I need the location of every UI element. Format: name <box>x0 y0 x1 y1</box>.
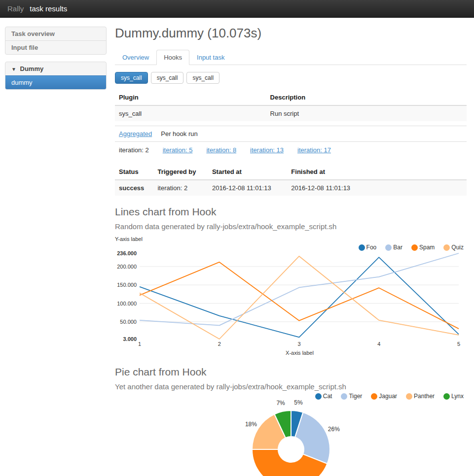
svg-text:200.000: 200.000 <box>117 264 137 270</box>
tab-bar: Overview Hooks Input task <box>115 50 467 65</box>
legend-label: Bar <box>393 244 402 251</box>
pie-chart-legend: Cat Tiger Jaguar Panther Lynx <box>115 392 467 400</box>
page-title: Dummy.dummy (10.073s) <box>115 26 467 41</box>
tab-input-task[interactable]: Input task <box>189 50 232 65</box>
hook-button-3[interactable]: sys_call <box>186 72 219 84</box>
iteration-tab-13[interactable]: iteration: 13 <box>250 146 284 154</box>
svg-text:3: 3 <box>297 341 300 347</box>
legend-dot-lynx-icon <box>443 393 450 400</box>
table-row: success iteration: 2 2016-12-08 11:01:13… <box>115 180 467 196</box>
pie-chart-title: Pie chart from Hook <box>115 366 467 378</box>
y-axis-label: Y-axis label <box>115 236 467 242</box>
legend-item-jaguar[interactable]: Jaguar <box>371 393 397 400</box>
lines-chart-legend: Foo Bar Spam Quiz <box>115 243 467 251</box>
legend-item-bar[interactable]: Bar <box>385 244 402 251</box>
sidebar-group-dummy[interactable]: ▼ Dummy <box>5 62 106 75</box>
legend-dot-bar-icon <box>385 244 392 251</box>
navbar: Rally task results <box>0 0 474 18</box>
svg-text:18%: 18% <box>245 421 257 428</box>
iteration-tabs: iteration: 2 iteration: 5 iteration: 8 i… <box>115 142 467 158</box>
runs-header-started-at: Started at <box>208 164 287 180</box>
tab-hooks[interactable]: Hooks <box>156 50 189 65</box>
hook-buttons-row: sys_call sys_call sys_call <box>115 72 467 84</box>
svg-text:2: 2 <box>218 341 221 347</box>
legend-dot-spam-icon <box>411 244 418 251</box>
legend-item-tiger[interactable]: Tiger <box>341 393 362 400</box>
legend-label: Quiz <box>451 244 464 251</box>
legend-dot-cat-icon <box>315 393 322 400</box>
description-cell: Run script <box>266 105 467 121</box>
legend-label: Foo <box>366 244 377 251</box>
legend-label: Tiger <box>349 393 362 400</box>
plugin-table-header-plugin: Plugin <box>115 90 266 105</box>
x-axis-label: X-axis label <box>115 350 467 356</box>
iteration-tab-17[interactable]: iteration: 17 <box>297 146 331 154</box>
collapse-caret-icon: ▼ <box>11 67 16 72</box>
legend-item-cat[interactable]: Cat <box>315 393 332 400</box>
page-context-title: task results <box>30 4 67 13</box>
app-brand: Rally <box>7 4 24 13</box>
plugin-cell: sys_call <box>115 105 266 121</box>
svg-text:4: 4 <box>377 341 380 347</box>
legend-label: Jaguar <box>379 393 397 400</box>
legend-item-lynx[interactable]: Lynx <box>443 393 464 400</box>
table-row: sys_call Run script <box>115 105 467 121</box>
legend-item-foo[interactable]: Foo <box>359 244 377 251</box>
per-hook-run-tab[interactable]: Per hook run <box>161 130 197 137</box>
svg-text:5%: 5% <box>294 400 303 406</box>
sidebar-item-input-file[interactable]: Input file <box>5 40 106 54</box>
legend-label: Lynx <box>451 393 464 400</box>
sidebar-item-task-overview[interactable]: Task overview <box>5 27 106 40</box>
sidebar-item-dummy[interactable]: dummy <box>5 75 106 89</box>
svg-text:26%: 26% <box>328 426 340 433</box>
lines-chart: 3.00050.000100.000150.000200.000236.0001… <box>115 251 467 349</box>
svg-text:5: 5 <box>457 341 460 347</box>
started-at-cell: 2016-12-08 11:01:13 <box>208 180 287 196</box>
runs-header-finished-at: Finished at <box>287 164 467 180</box>
sidebar-scenario-group: ▼ Dummy dummy <box>5 62 107 90</box>
plugin-table: Plugin Description sys_call Run script <box>115 90 467 121</box>
legend-dot-foo-icon <box>359 244 365 251</box>
lines-chart-title: Lines chart from Hook <box>115 206 467 218</box>
main-content: Dummy.dummy (10.073s) Overview Hooks Inp… <box>115 18 467 476</box>
legend-label: Cat <box>323 393 332 400</box>
runs-table: Status Triggered by Started at Finished … <box>115 164 467 196</box>
runs-header-triggered-by: Triggered by <box>153 164 208 180</box>
svg-text:50.000: 50.000 <box>120 319 137 325</box>
view-mode-tabs: Aggregated Per hook run <box>115 126 467 142</box>
legend-dot-tiger-icon <box>341 393 347 400</box>
hook-button-1[interactable]: sys_call <box>115 72 148 84</box>
sidebar-nav-group: Task overview Input file <box>5 27 107 55</box>
runs-header-status: Status <box>115 164 153 180</box>
status-badge: success <box>115 180 153 196</box>
legend-label: Panther <box>414 393 435 400</box>
sidebar-group-label: Dummy <box>20 65 44 72</box>
svg-text:150.000: 150.000 <box>117 282 137 288</box>
legend-item-panther[interactable]: Panther <box>406 393 435 400</box>
svg-text:100.000: 100.000 <box>117 301 137 306</box>
iteration-tab-active[interactable]: iteration: 2 <box>119 146 149 154</box>
legend-item-spam[interactable]: Spam <box>411 244 435 251</box>
legend-dot-quiz-icon <box>443 244 450 251</box>
legend-item-quiz[interactable]: Quiz <box>443 244 464 251</box>
finished-at-cell: 2016-12-08 11:01:13 <box>287 180 467 196</box>
lines-chart-subtitle: Random data generated by rally-jobs/extr… <box>115 222 467 231</box>
pie-chart-subtitle: Yet another data generated by rally-jobs… <box>115 382 467 391</box>
aggregated-tab[interactable]: Aggregated <box>119 130 152 137</box>
legend-label: Spam <box>419 244 435 251</box>
iteration-tab-5[interactable]: iteration: 5 <box>163 146 193 154</box>
svg-text:7%: 7% <box>276 400 285 407</box>
hook-button-2[interactable]: sys_call <box>151 72 184 84</box>
iteration-tab-8[interactable]: iteration: 8 <box>206 146 236 154</box>
tab-overview[interactable]: Overview <box>115 50 156 65</box>
svg-text:236.000: 236.000 <box>117 251 137 256</box>
svg-text:1: 1 <box>138 341 141 347</box>
legend-dot-panther-icon <box>406 393 412 400</box>
plugin-table-header-description: Description <box>266 90 467 105</box>
svg-text:3.000: 3.000 <box>123 336 137 342</box>
triggered-by-cell: iteration: 2 <box>153 180 208 196</box>
sidebar: Task overview Input file ▼ Dummy dummy <box>5 27 107 97</box>
pie-chart: 5%26%44%18%7% <box>115 400 467 476</box>
legend-dot-jaguar-icon <box>371 393 377 400</box>
